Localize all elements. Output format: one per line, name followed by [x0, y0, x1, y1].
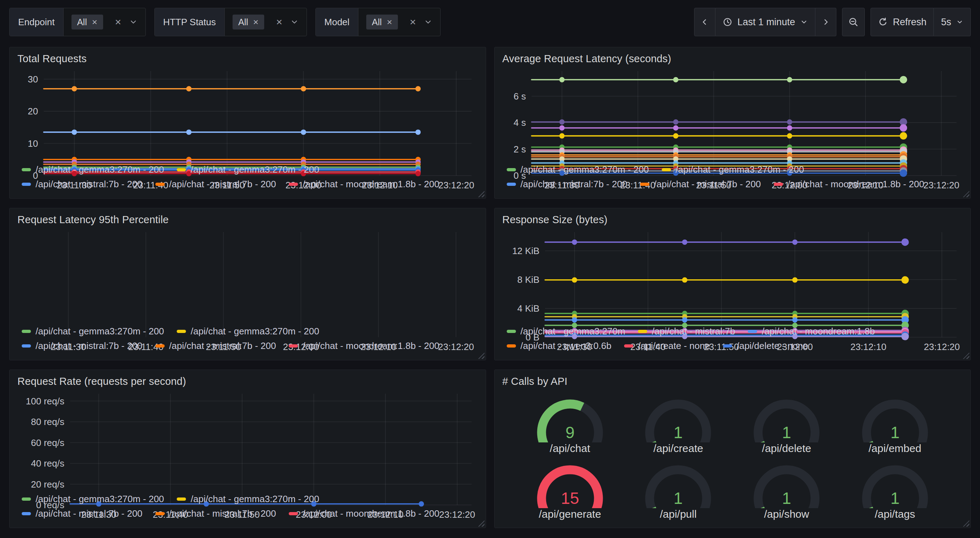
series-color-marker [155, 512, 165, 515]
legend-item[interactable]: /api/chat - mistral:7b - 200 [22, 179, 143, 190]
panel-resize-handle[interactable] [478, 520, 485, 527]
svg-text:20 req/s: 20 req/s [31, 479, 64, 490]
request-latency-95th-chart[interactable]: 23:11:3023:11:4023:11:5023:12:0023:12:10… [17, 227, 479, 321]
legend-item[interactable]: /api/create - none [624, 340, 710, 351]
clear-filter-icon[interactable]: × [115, 17, 121, 27]
gauge-label: /api/pull [660, 508, 697, 520]
series-color-marker [22, 344, 31, 348]
panel-title[interactable]: Average Request Latency (seconds) [503, 53, 964, 65]
zoom-out-button[interactable] [842, 8, 865, 36]
gauge-/api/show[interactable]: 1/api/show [746, 458, 827, 520]
legend-row: /api/chat - gemma3:270m - 200/api/chat -… [22, 326, 479, 337]
refresh-interval-button[interactable]: 5s [934, 8, 971, 36]
legend-item[interactable]: /api/chat - mistral:7b - 200 [155, 340, 276, 351]
gauge-/api/delete[interactable]: 1/api/delete [746, 392, 827, 454]
filter-value-dropdown[interactable]: All × × [64, 8, 145, 36]
panel-resize-handle[interactable] [963, 520, 969, 527]
gauge-label: /api/chat [550, 443, 590, 454]
filter-value-dropdown[interactable]: All × × [358, 8, 440, 36]
legend-item[interactable]: /api/chat - moondream:1.8b - 200 [289, 179, 439, 190]
legend-item[interactable]: /api/chat - mistral:7b - 200 [22, 340, 143, 351]
gauge-/api/embed[interactable]: 1/api/embed [854, 392, 936, 454]
legend-item[interactable]: /api/chat - gemma3:270m - 200 [177, 326, 319, 337]
gauge-/api/pull[interactable]: 1/api/pull [637, 458, 719, 520]
legend-item[interactable]: /api/delete - none [723, 340, 808, 351]
legend-item[interactable]: /api/chat - gemma3:270m - 200 [22, 326, 164, 337]
legend-item[interactable]: /api/chat - mistral:7b - 200 [507, 179, 628, 190]
gauge-label: /api/create [653, 443, 703, 454]
legend-item[interactable]: /api/chat - gemma3:270m - 200 [22, 164, 164, 175]
legend-item[interactable]: /api/chat - gemma3:270m - 200 [177, 494, 319, 505]
total-requests-chart[interactable]: 010203023:11:3023:11:4023:11:5023:12:002… [17, 66, 479, 159]
filter-label: Model [316, 8, 358, 36]
series-color-marker [289, 344, 298, 348]
panel-request-rate: Request Rate (requests per second) 0 req… [9, 370, 486, 528]
legend-label: /api/chat - mistral:7b - 200 [169, 179, 276, 190]
legend-item[interactable]: /api/chat - moondream:1.8b - 200 [289, 508, 439, 519]
legend-label: /api/chat - mistral:7b - 200 [35, 179, 143, 190]
legend-item[interactable]: /api/chat - mistral:7b - 200 [640, 179, 761, 190]
time-shift-forward-button[interactable] [815, 8, 836, 36]
gauge-arc: 1 [637, 392, 719, 443]
legend-label: /api/chat - mistral:7b [652, 326, 735, 337]
legend-label: /api/chat - gemma3:270m - 200 [35, 164, 164, 175]
panel-title[interactable]: Request Latency 95th Percentile [18, 214, 479, 225]
filter-pill[interactable]: All × [232, 14, 264, 30]
legend-item[interactable]: /api/chat - mistral:7b - 200 [22, 508, 143, 519]
clear-filter-icon[interactable]: × [276, 17, 282, 27]
legend-label: /api/chat - mistral:7b - 200 [520, 179, 628, 190]
gauge-/api/create[interactable]: 1/api/create [637, 392, 719, 454]
filter-pill[interactable]: All × [72, 14, 103, 30]
legend-item[interactable]: /api/chat - gemma3:270m - 200 [507, 164, 649, 175]
panel-resize-handle[interactable] [478, 191, 485, 197]
legend-item[interactable]: /api/chat - mistral:7b - 200 [155, 179, 276, 190]
filter-value-dropdown[interactable]: All × × [225, 8, 307, 36]
legend-item[interactable]: /api/chat - gemma3:270m - 200 [22, 494, 164, 505]
gauge-arc: 1 [746, 392, 827, 443]
gauge-/api/tags[interactable]: 1/api/tags [854, 458, 936, 520]
legend-row: /api/chat - gemma3:270m - 200/api/chat -… [507, 164, 964, 175]
clear-filter-icon[interactable]: × [410, 17, 416, 27]
chevron-down-icon[interactable] [290, 18, 299, 26]
filter-label: Endpoint [10, 8, 64, 36]
legend-label: /api/chat - mistral:7b - 200 [654, 179, 761, 190]
panel-resize-handle[interactable] [478, 352, 485, 359]
panel-resize-handle[interactable] [963, 191, 969, 197]
series-color-marker [177, 168, 186, 171]
legend-item[interactable]: /api/chat - mistral:7b [638, 326, 735, 337]
panel-title[interactable]: Response Size (bytes) [503, 214, 964, 225]
panel-title[interactable]: Total Requests [18, 53, 479, 65]
remove-value-icon[interactable]: × [387, 17, 392, 27]
time-shift-back-button[interactable] [694, 8, 716, 36]
average-request-latency-chart[interactable]: 0 s2 s4 s6 s23:11:3023:11:4023:11:5023:1… [502, 66, 964, 159]
gauge-/api/generate[interactable]: 15/api/generate [529, 458, 611, 520]
gauge-value: 1 [674, 423, 683, 442]
panel-title[interactable]: Request Rate (requests per second) [18, 376, 479, 387]
panel-resize-handle[interactable] [963, 352, 969, 359]
gauge-label: /api/delete [762, 443, 811, 454]
gauge-/api/chat[interactable]: 9/api/chat [529, 392, 611, 454]
request-rate-chart[interactable]: 0 req/s20 req/s40 req/s60 req/s80 req/s1… [17, 389, 479, 489]
panel-title[interactable]: # Calls by API [503, 376, 964, 387]
legend-item[interactable]: /api/chat - moondream:1.8b [748, 326, 875, 337]
remove-value-icon[interactable]: × [92, 17, 97, 27]
chevron-down-icon[interactable] [424, 18, 433, 26]
legend-item[interactable]: /api/chat - qwen3:0.6b [507, 340, 612, 351]
legend-item[interactable]: /api/chat - gemma3:270m - 200 [177, 164, 319, 175]
refresh-button[interactable]: Refresh [870, 8, 934, 36]
legend-item[interactable]: /api/chat - moondream:1.8b - 200 [289, 340, 439, 351]
legend-label: /api/chat - mistral:7b - 200 [169, 508, 276, 519]
legend-row: /api/chat - gemma3:270m - 200/api/chat -… [22, 164, 479, 175]
remove-value-icon[interactable]: × [253, 17, 259, 27]
legend-item[interactable]: /api/chat - moondream:1.8b - 200 [774, 179, 924, 190]
series-color-marker [640, 183, 649, 186]
time-range-picker[interactable]: Last 1 minute [716, 8, 815, 36]
series-color-marker [177, 497, 186, 501]
filter-pill[interactable]: All × [366, 14, 398, 30]
response-size-chart[interactable]: 0 B4 KiB8 KiB12 KiB23:11:3023:11:4023:11… [502, 227, 964, 321]
chevron-down-icon[interactable] [129, 18, 138, 26]
series-color-marker [177, 330, 186, 333]
legend-item[interactable]: /api/chat - gemma3:270m - 200 [662, 164, 804, 175]
legend-item[interactable]: /api/chat - gemma3:270m [507, 326, 625, 337]
legend-item[interactable]: /api/chat - mistral:7b - 200 [155, 508, 276, 519]
